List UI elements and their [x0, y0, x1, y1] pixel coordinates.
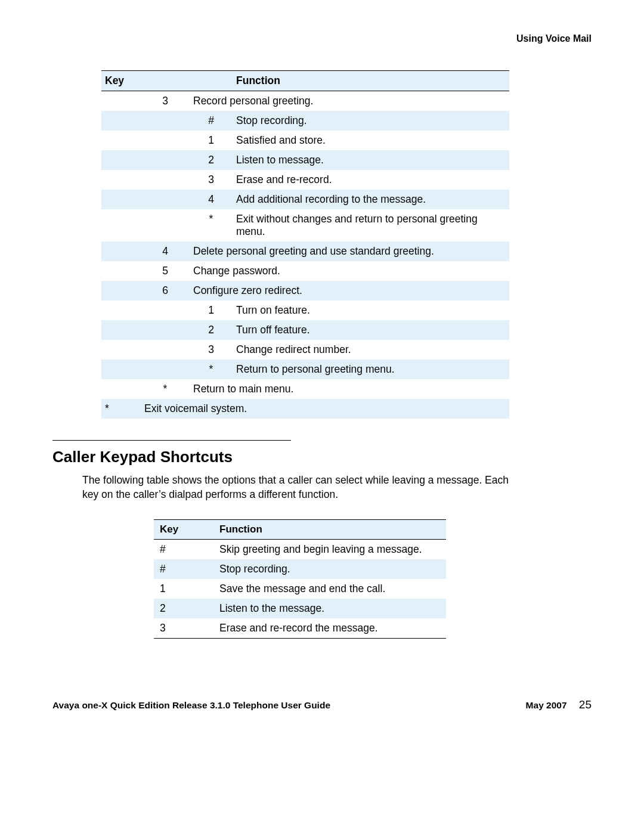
voicemail-key-table: Key Function 3Record personal greeting.#…: [101, 70, 509, 419]
key-col-c: *: [190, 209, 233, 241]
table-row: *Exit voicemail system.: [101, 399, 509, 419]
caller-key-table: Key Function #Skip greeting and begin le…: [154, 519, 446, 639]
function-text: Turn on feature.: [233, 301, 509, 320]
function-text: Add additional recording to the message.: [233, 190, 509, 209]
key-col-c: #: [190, 111, 233, 131]
key-col-b: [141, 190, 190, 209]
key-col-a: [101, 131, 141, 150]
key-col-b: [141, 111, 190, 131]
key-col-b: [141, 170, 190, 190]
key-col-b: 6: [141, 281, 190, 301]
function-cell: Skip greeting and begin leaving a messag…: [213, 540, 446, 560]
key-col-a: [101, 379, 141, 399]
function-text: Turn off feature.: [233, 320, 509, 340]
key-col-b: [141, 150, 190, 170]
footer-page-number: 25: [579, 698, 592, 711]
key-col-b: 3: [141, 91, 190, 112]
function-text: Configure zero redirect.: [190, 281, 509, 301]
key-col-c: 3: [190, 340, 233, 360]
table-row: *Exit without changes and return to pers…: [101, 209, 509, 241]
key-col-a: [101, 190, 141, 209]
function-cell: Listen to the message.: [213, 599, 446, 618]
table-row: 2Turn off feature.: [101, 320, 509, 340]
key-col-a: *: [101, 399, 141, 419]
function-text: Satisfied and store.: [233, 131, 509, 150]
table-row: 3Change redirect number.: [101, 340, 509, 360]
table-row: 6Configure zero redirect.: [101, 281, 509, 301]
key-col-c: 3: [190, 170, 233, 190]
table-row: 3Record personal greeting.: [101, 91, 509, 112]
key-col-b: 5: [141, 261, 190, 281]
table-row: 1Satisfied and store.: [101, 131, 509, 150]
table-row: 1Turn on feature.: [101, 301, 509, 320]
function-text: Return to personal greeting menu.: [233, 360, 509, 379]
key-col-a: [101, 301, 141, 320]
key-col-c: 1: [190, 301, 233, 320]
key-col-c: 1: [190, 131, 233, 150]
key-col-a: [101, 320, 141, 340]
table-row: #Skip greeting and begin leaving a messa…: [154, 540, 446, 560]
key-col-c: 2: [190, 150, 233, 170]
key-col-c: 2: [190, 320, 233, 340]
key-col-a: [101, 170, 141, 190]
key-col-a: [101, 111, 141, 131]
running-head: Using Voice Mail: [52, 33, 592, 44]
th2-function: Function: [213, 520, 446, 540]
function-cell: Stop recording.: [213, 559, 446, 579]
key-cell: 3: [154, 618, 213, 639]
function-text: Listen to message.: [233, 150, 509, 170]
table-row: 3Erase and re-record.: [101, 170, 509, 190]
function-text: Erase and re-record.: [233, 170, 509, 190]
section-heading: Caller Keypad Shortcuts: [52, 448, 592, 466]
function-cell: Erase and re-record the message.: [213, 618, 446, 639]
key-col-b: [141, 340, 190, 360]
function-text: Change password.: [190, 261, 509, 281]
key-col-b: [141, 131, 190, 150]
function-cell: Save the message and end the call.: [213, 579, 446, 599]
function-text: Exit without changes and return to perso…: [233, 209, 509, 241]
function-text: Exit voicemail system.: [141, 399, 509, 419]
table-row: *Return to personal greeting menu.: [101, 360, 509, 379]
footer-doc-title: Avaya one-X Quick Edition Release 3.1.0 …: [52, 700, 330, 711]
key-cell: 2: [154, 599, 213, 618]
key-col-a: [101, 91, 141, 112]
table-row: 4Add additional recording to the message…: [101, 190, 509, 209]
table-row: #Stop recording.: [101, 111, 509, 131]
function-text: Delete personal greeting and use standar…: [190, 241, 509, 261]
function-text: Record personal greeting.: [190, 91, 509, 112]
table-row: 5Change password.: [101, 261, 509, 281]
key-col-b: [141, 360, 190, 379]
key-col-b: [141, 301, 190, 320]
th-function: Function: [233, 71, 509, 91]
key-col-b: *: [141, 379, 190, 399]
section-intro: The following table shows the options th…: [82, 473, 512, 501]
key-col-c: *: [190, 360, 233, 379]
table-row: 2Listen to the message.: [154, 599, 446, 618]
function-text: Stop recording.: [233, 111, 509, 131]
footer-date: May 2007: [526, 700, 567, 710]
key-col-a: [101, 209, 141, 241]
table-row: *Return to main menu.: [101, 379, 509, 399]
key-col-b: 4: [141, 241, 190, 261]
function-text: Change redirect number.: [233, 340, 509, 360]
key-col-a: [101, 340, 141, 360]
th-key: Key: [101, 71, 233, 91]
function-text: Return to main menu.: [190, 379, 509, 399]
key-cell: #: [154, 540, 213, 560]
section-divider: [52, 440, 291, 441]
key-cell: 1: [154, 579, 213, 599]
key-cell: #: [154, 559, 213, 579]
key-col-b: [141, 320, 190, 340]
key-col-a: [101, 360, 141, 379]
table-row: #Stop recording.: [154, 559, 446, 579]
key-col-a: [101, 261, 141, 281]
key-col-c: 4: [190, 190, 233, 209]
key-col-a: [101, 150, 141, 170]
th2-key: Key: [154, 520, 213, 540]
key-col-a: [101, 281, 141, 301]
table-row: 2Listen to message.: [101, 150, 509, 170]
table-row: 1Save the message and end the call.: [154, 579, 446, 599]
key-col-a: [101, 241, 141, 261]
table-row: 4Delete personal greeting and use standa…: [101, 241, 509, 261]
key-col-b: [141, 209, 190, 241]
